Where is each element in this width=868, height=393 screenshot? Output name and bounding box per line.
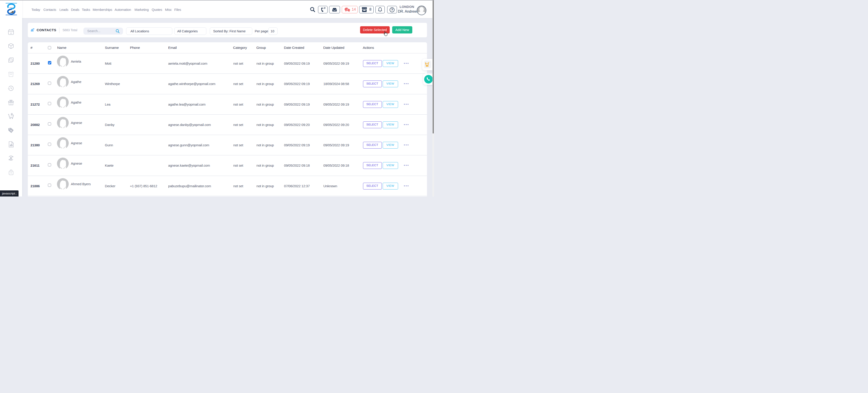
- svg-text:?: ?: [391, 8, 393, 11]
- svg-text:12: 12: [10, 32, 12, 34]
